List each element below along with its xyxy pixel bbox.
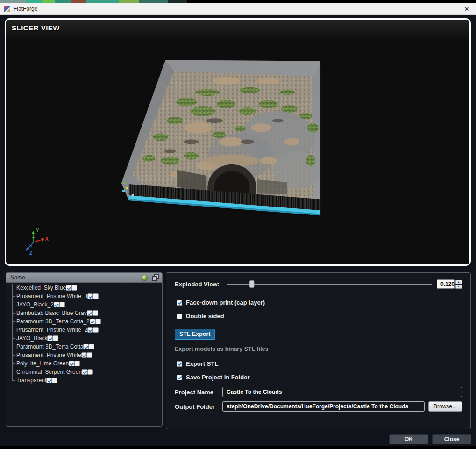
close-button[interactable]: Close — [432, 434, 471, 444]
filament-color-icon[interactable] — [142, 275, 148, 281]
exploded-view-value[interactable]: 0.120 — [437, 279, 455, 289]
tree-branch — [9, 359, 16, 368]
tree-branch — [9, 284, 16, 292]
material-row[interactable]: BambuLab Basic_Blue Gray — [6, 309, 162, 317]
material-extra-checkbox[interactable] — [92, 310, 98, 316]
material-visible-checkbox[interactable] — [87, 293, 93, 299]
model-3d-render[interactable] — [6, 20, 469, 264]
material-visible-checkbox[interactable] — [69, 361, 74, 366]
materials-list: Kexcelled_Sky Blue Prusament_Pristine Wh… — [6, 283, 162, 385]
material-extra-checkbox[interactable] — [89, 344, 94, 349]
double-sided-option[interactable]: Double sided — [175, 313, 462, 320]
tree-branch — [9, 334, 16, 342]
output-folder-row: Output Folder Browse... — [175, 401, 462, 412]
material-visible-checkbox[interactable] — [83, 344, 89, 349]
material-row[interactable]: Kexcelled_Sky Blue — [6, 284, 162, 292]
material-visible-checkbox[interactable] — [90, 319, 95, 324]
material-extra-checkbox[interactable] — [87, 352, 92, 358]
slicer-3d-viewport[interactable]: SLICER VIEW — [6, 20, 469, 264]
export-stl-label: Export STL — [186, 360, 218, 367]
face-down-checkbox[interactable] — [177, 300, 182, 306]
face-down-option[interactable]: Face-down print (cap layer) — [175, 299, 462, 306]
tree-branch — [9, 351, 16, 359]
material-extra-checkbox[interactable] — [87, 369, 93, 375]
material-label: Paramount 3D_Terra Cotta — [16, 343, 83, 350]
slicer-view-panel: SLICER VIEW — [5, 18, 471, 266]
tab-stl-export[interactable]: STL Export — [175, 329, 215, 340]
material-row[interactable]: Prusament_Pristine White_3 — [6, 292, 162, 300]
double-sided-checkbox[interactable] — [177, 314, 182, 319]
stl-export-description: Export models as binary STL files — [175, 346, 462, 352]
spin-up-button[interactable]: ▲ — [455, 280, 462, 284]
material-extra-checkbox[interactable] — [93, 293, 99, 299]
material-visible-checkbox[interactable] — [81, 352, 87, 358]
export-stl-checkbox[interactable] — [177, 361, 182, 367]
material-label: JAYO_Black — [16, 335, 47, 342]
output-folder-label: Output Folder — [175, 403, 222, 410]
material-extra-checkbox[interactable] — [93, 327, 99, 333]
project-name-label: Project Name — [175, 389, 222, 396]
material-extra-checkbox[interactable] — [74, 361, 80, 366]
terrain-model — [121, 60, 320, 217]
slicer-view-title: SLICER VIEW — [12, 24, 60, 32]
material-extra-checkbox[interactable] — [53, 335, 58, 341]
window-title: FlatForge — [14, 6, 37, 12]
axis-y-label: Y — [36, 228, 39, 233]
material-visible-checkbox[interactable] — [87, 327, 93, 333]
flatforge-window: FlatForge ✕ SLICER VIEW — [0, 0, 476, 449]
material-extra-checkbox[interactable] — [95, 319, 101, 324]
material-row[interactable]: Paramount 3D_Terra Cotta — [6, 342, 162, 351]
exploded-view-spinbox[interactable]: 0.120 ▲ ▼ — [437, 279, 462, 289]
desktop-background-strip — [0, 0, 476, 3]
material-label: Prusament_Pristine White_2 — [16, 327, 87, 333]
export-stl-option[interactable]: Export STL — [175, 360, 462, 367]
tree-branch — [9, 317, 16, 326]
ok-button[interactable]: OK — [389, 434, 428, 444]
face-down-label: Face-down print (cap layer) — [186, 299, 265, 306]
material-visible-checkbox[interactable] — [82, 369, 87, 375]
titlebar-close-button[interactable]: ✕ — [457, 3, 476, 15]
material-row[interactable]: JAYO_Black_2 — [6, 300, 162, 309]
material-row[interactable]: Chrominal_Serpent Green — [6, 368, 162, 376]
material-visible-checkbox[interactable] — [54, 302, 59, 307]
material-visible-checkbox[interactable] — [47, 335, 53, 341]
material-label: Paramount 3D_Terra Cotta_2 — [16, 318, 90, 325]
material-row[interactable]: Prusament_Pristine White_2 — [6, 326, 162, 334]
tree-branch — [9, 300, 16, 309]
material-visible-checkbox[interactable] — [87, 310, 92, 316]
material-label: Transparent — [16, 377, 46, 384]
material-row[interactable]: Prusament_Pristine White — [6, 351, 162, 359]
app-icon — [4, 6, 10, 12]
material-row[interactable]: PolyLite_Lime Green — [6, 359, 162, 368]
save-project-option[interactable]: Save Project in Folder — [175, 374, 462, 381]
exploded-view-slider-handle[interactable] — [249, 280, 254, 288]
material-extra-checkbox[interactable] — [59, 302, 65, 307]
material-label: JAYO_Black_2 — [16, 301, 54, 308]
save-project-label: Save Project in Folder — [186, 374, 250, 381]
export-settings-panel: Exploded View: 0.120 ▲ ▼ Face-down print… — [166, 272, 471, 429]
save-project-checkbox[interactable] — [177, 375, 182, 380]
material-row[interactable]: Transparent — [6, 376, 162, 385]
spin-down-button[interactable]: ▼ — [455, 285, 462, 289]
material-extra-checkbox[interactable] — [71, 285, 77, 291]
output-folder-input[interactable] — [222, 401, 425, 412]
material-visible-checkbox[interactable] — [46, 378, 52, 383]
layers-icon[interactable] — [152, 274, 159, 281]
exploded-view-slider[interactable] — [227, 279, 432, 289]
material-label: Prusament_Pristine White — [16, 352, 81, 358]
exploded-view-row: Exploded View: 0.120 ▲ ▼ — [175, 279, 462, 289]
material-visible-checkbox[interactable] — [66, 285, 71, 291]
axis-gizmo: Y X Z — [23, 228, 51, 257]
project-name-row: Project Name — [175, 387, 462, 397]
materials-list-header: Name — [6, 273, 162, 283]
project-name-input[interactable] — [222, 387, 462, 397]
tree-branch — [9, 368, 16, 376]
browse-button[interactable]: Browse... — [428, 401, 462, 412]
material-row[interactable]: JAYO_Black — [6, 334, 162, 342]
material-row[interactable]: Paramount 3D_Terra Cotta_2 — [6, 317, 162, 326]
tree-branch — [9, 342, 16, 351]
material-extra-checkbox[interactable] — [52, 378, 57, 383]
material-label: PolyLite_Lime Green — [16, 360, 69, 367]
exploded-view-label: Exploded View: — [175, 281, 220, 288]
window-content: SLICER VIEW — [0, 15, 476, 446]
